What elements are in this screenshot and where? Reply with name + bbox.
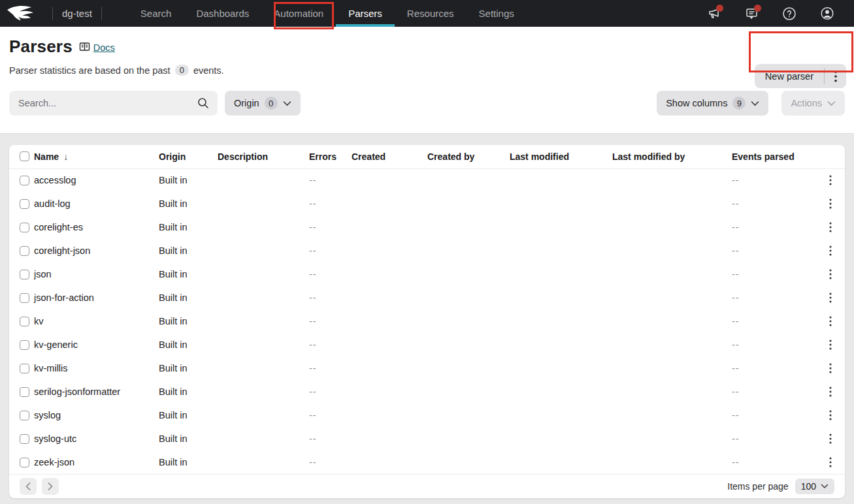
- row-checkbox[interactable]: [20, 317, 29, 326]
- parser-created-by: [427, 239, 510, 262]
- row-checkbox[interactable]: [20, 434, 29, 444]
- parsers-table: Name ↓ Origin Description Errors Created…: [9, 145, 845, 474]
- row-menu-button[interactable]: [823, 337, 838, 353]
- parser-errors: --: [309, 333, 352, 356]
- nav-item-dashboards[interactable]: Dashboards: [184, 0, 261, 27]
- new-parser-button[interactable]: New parser: [755, 64, 824, 88]
- row-menu-button[interactable]: [823, 384, 838, 400]
- repository-name[interactable]: dg-test: [62, 8, 92, 19]
- items-per-page-value: 100: [801, 481, 816, 492]
- parser-created-by: [427, 380, 510, 403]
- table-row[interactable]: corelight-es Built in -- --: [9, 215, 845, 239]
- parser-description: [218, 262, 309, 286]
- parser-last-modified-by: [612, 215, 732, 239]
- profile-icon[interactable]: [820, 7, 834, 21]
- row-checkbox[interactable]: [20, 199, 29, 209]
- row-menu-button[interactable]: [823, 266, 838, 282]
- nav-item-settings[interactable]: Settings: [467, 0, 527, 27]
- parser-name: kv: [34, 309, 159, 333]
- column-header-origin[interactable]: Origin: [159, 145, 218, 168]
- kebab-menu-icon: [829, 222, 832, 232]
- select-all-checkbox[interactable]: [20, 151, 29, 161]
- column-header-created[interactable]: Created: [352, 145, 427, 168]
- parser-origin: Built in: [159, 403, 218, 427]
- new-parser-menu-button[interactable]: [825, 64, 846, 88]
- row-menu-button[interactable]: [823, 290, 838, 306]
- parser-errors: --: [309, 403, 352, 427]
- row-menu-button[interactable]: [823, 313, 838, 329]
- table-row[interactable]: syslog Built in -- --: [9, 403, 845, 427]
- table-row[interactable]: json-for-action Built in -- --: [9, 286, 845, 309]
- row-menu-button[interactable]: [823, 407, 838, 423]
- row-checkbox[interactable]: [20, 176, 29, 185]
- parser-name: accesslog: [34, 168, 159, 192]
- table-row[interactable]: kv Built in -- --: [9, 309, 845, 333]
- row-checkbox[interactable]: [20, 293, 29, 303]
- table-row[interactable]: accesslog Built in -- --: [9, 168, 845, 192]
- parser-last-modified-by: [612, 192, 732, 215]
- parser-last-modified-by: [612, 333, 732, 356]
- kebab-menu-icon: [834, 71, 837, 82]
- help-icon[interactable]: [782, 7, 797, 21]
- events-count-pill: 0: [175, 65, 189, 76]
- parser-origin: Built in: [159, 286, 218, 309]
- table-row[interactable]: zeek-json Built in -- --: [9, 450, 845, 474]
- row-checkbox[interactable]: [20, 387, 29, 397]
- column-header-errors[interactable]: Errors: [309, 145, 352, 168]
- row-checkbox[interactable]: [20, 270, 29, 279]
- docs-link[interactable]: Docs: [93, 42, 115, 53]
- column-header-last-modified[interactable]: Last modified: [510, 145, 612, 168]
- column-header-last-modified-by[interactable]: Last modified by: [612, 145, 732, 168]
- parser-created: [352, 427, 427, 450]
- kebab-menu-icon: [829, 457, 832, 467]
- row-checkbox[interactable]: [20, 458, 29, 467]
- kebab-menu-icon: [829, 316, 832, 326]
- row-menu-button[interactable]: [823, 172, 838, 188]
- row-checkbox[interactable]: [20, 411, 29, 420]
- announcements-icon[interactable]: [706, 7, 721, 21]
- row-checkbox[interactable]: [20, 223, 29, 232]
- nav-item-parsers[interactable]: Parsers: [336, 0, 395, 27]
- items-per-page-select[interactable]: 100: [795, 479, 834, 494]
- row-checkbox[interactable]: [20, 246, 29, 256]
- column-header-created-by[interactable]: Created by: [427, 145, 510, 168]
- table-row[interactable]: syslog-utc Built in -- --: [9, 427, 845, 450]
- parser-last-modified: [510, 168, 612, 192]
- column-header-description[interactable]: Description: [218, 145, 309, 168]
- next-page-button[interactable]: [42, 478, 59, 495]
- show-columns-button[interactable]: Show columns 9: [657, 91, 768, 116]
- chevron-down-icon: [283, 101, 291, 106]
- search-input[interactable]: [9, 91, 218, 116]
- column-header-actions: [815, 145, 845, 168]
- parser-last-modified: [510, 333, 612, 356]
- nav-item-automation[interactable]: Automation: [261, 0, 336, 27]
- parser-name: json-for-action: [34, 286, 159, 309]
- row-menu-button[interactable]: [823, 360, 838, 376]
- show-columns-label: Show columns: [666, 98, 727, 108]
- parser-name: json: [34, 262, 159, 286]
- column-header-name[interactable]: Name ↓: [34, 145, 159, 168]
- row-menu-button[interactable]: [823, 243, 838, 259]
- row-menu-button[interactable]: [823, 196, 838, 212]
- previous-page-button[interactable]: [20, 478, 37, 495]
- row-menu-button[interactable]: [823, 219, 838, 235]
- table-row[interactable]: audit-log Built in -- --: [9, 192, 845, 215]
- row-checkbox[interactable]: [20, 340, 29, 350]
- column-header-events-parsed[interactable]: Events parsed: [732, 145, 815, 168]
- actions-button[interactable]: Actions: [781, 91, 845, 116]
- row-menu-button[interactable]: [823, 454, 838, 470]
- nav-item-search[interactable]: Search: [128, 0, 184, 27]
- feedback-icon[interactable]: [744, 7, 759, 21]
- origin-filter-button[interactable]: Origin 0: [225, 91, 301, 116]
- table-row[interactable]: corelight-json Built in -- --: [9, 239, 845, 262]
- table-row[interactable]: serilog-jsonformatter Built in -- --: [9, 380, 845, 403]
- row-checkbox[interactable]: [20, 364, 29, 373]
- parser-name: syslog-utc: [34, 427, 159, 450]
- table-row[interactable]: kv-generic Built in -- --: [9, 333, 845, 356]
- table-row[interactable]: json Built in -- --: [9, 262, 845, 286]
- search-icon[interactable]: [197, 97, 210, 112]
- table-row[interactable]: kv-millis Built in -- --: [9, 356, 845, 380]
- row-menu-button[interactable]: [823, 431, 838, 447]
- crowdstrike-logo-icon[interactable]: [7, 5, 37, 22]
- nav-item-resources[interactable]: Resources: [395, 0, 467, 27]
